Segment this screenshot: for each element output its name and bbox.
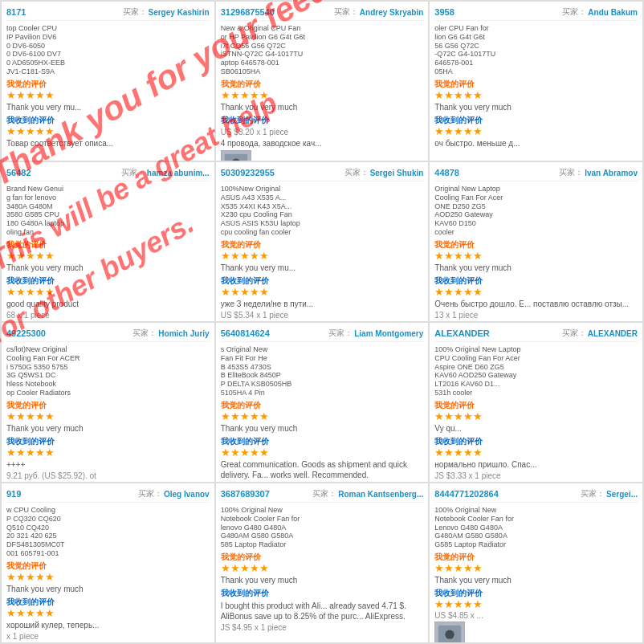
- buyer-info: 买家：Roman Kantsenberg...: [312, 488, 423, 499]
- my-review-stars: ★★★★★: [6, 90, 210, 100]
- buyer-name: Oleg Ivanov: [164, 490, 210, 499]
- buyer-label: 买家：: [562, 6, 586, 18]
- my-review-label: 我觉的评价: [434, 79, 638, 90]
- buyer-label: 买家：: [132, 328, 157, 339]
- order-number: 5640814624: [221, 328, 270, 338]
- received-review-stars: ★★★★★: [221, 287, 424, 297]
- my-review-text: Vy qu...: [434, 423, 638, 434]
- reviews-grid: 8171买家：Sergey Kashirintop Cooler CPU IP …: [0, 0, 644, 644]
- price-text: US $3.20 x 1 piece: [221, 128, 424, 137]
- my-review-text: Thank you very much: [221, 423, 424, 434]
- my-review-stars: ★★★★★: [6, 572, 210, 582]
- my-review-stars: ★★★★★: [434, 90, 638, 100]
- received-review-label: 我收到的评价: [6, 597, 210, 608]
- received-review-text: Товар соответствует описа...: [6, 138, 210, 149]
- received-review-label: 我收到的评价: [434, 115, 638, 126]
- order-number: 49225300: [6, 328, 46, 338]
- review-card-3: 56482买家：hamza abunim...Brand New Genui g…: [1, 161, 215, 322]
- card-header: 49225300买家：Homich Juriy: [6, 328, 210, 342]
- my-review-text: Thank you very mu...: [221, 263, 424, 273]
- product-description: 100%New Original ASUS A43 X535 A... X535…: [221, 185, 424, 237]
- buyer-label: 买家：: [559, 167, 583, 178]
- buyer-label: 买家：: [312, 488, 336, 499]
- my-review-label: 我觉的评价: [221, 79, 424, 90]
- buyer-info: 买家：Sergey Kashirin: [123, 6, 210, 18]
- product-description: Original New Laptop Cooling Fan For Acer…: [434, 185, 638, 237]
- my-review-stars: ★★★★★: [221, 411, 424, 422]
- product-description: 100% Original New Notebook Cooler Fan fo…: [434, 506, 638, 549]
- received-review-label: 我收到的评价: [6, 115, 210, 126]
- my-review-label: 我觉的评价: [221, 239, 424, 251]
- review-card-9: 919买家：Oleg Ivanovw CPU Cooling P CQ320 C…: [1, 483, 215, 643]
- buyer-info: 买家：Liam Montgomery: [328, 328, 423, 339]
- my-review-label: 我觉的评价: [6, 79, 210, 90]
- order-number: ALEXANDER: [434, 328, 489, 338]
- my-review-stars: ★★★★★: [221, 251, 424, 261]
- price-text: JS $3.33 x 1 piece: [434, 471, 638, 480]
- card-header: 8171买家：Sergey Kashirin: [6, 6, 210, 21]
- price-text: 9.21 руб. (US $25.92). ot: [6, 471, 210, 480]
- product-description: 100% Original New Laptop CPU Cooling Fan…: [434, 345, 638, 397]
- my-review-stars: ★★★★★: [434, 411, 638, 422]
- buyer-name: ALEXANDER: [588, 329, 638, 338]
- buyer-info: 买家：Sergei...: [581, 488, 638, 499]
- received-review-label: 我收到的评价: [434, 436, 638, 447]
- card-header: 3687689307买家：Roman Kantsenberg...: [221, 488, 424, 503]
- received-review-label: 我收到的评价: [6, 275, 210, 287]
- order-number: 919: [6, 489, 21, 499]
- extra-text: 4 провода, заводское кач...: [221, 138, 424, 149]
- product-description: 100% Original New Notebook Cooler Fan fo…: [221, 506, 424, 549]
- buyer-label: 买家：: [123, 6, 147, 18]
- received-review-label: 我收到的评价: [221, 115, 424, 126]
- received-review-text: уже 3 недели/не в пути...: [221, 299, 424, 309]
- buyer-name: Sergei Shukin: [370, 169, 424, 177]
- my-review-stars: ★★★★★: [434, 251, 638, 261]
- my-review-stars: ★★★★★: [6, 411, 210, 422]
- my-review-text: Thank you very much: [6, 263, 210, 273]
- received-review-stars: ★★★★★: [434, 287, 638, 297]
- buyer-info: 买家：Homich Juriy: [132, 328, 209, 339]
- card-header: ALEXANDER买家：ALEXANDER: [434, 328, 638, 342]
- product-image: [434, 622, 465, 643]
- received-review-text: ++++: [6, 459, 210, 470]
- product-description: Brand New Genui g fan for lenovo 3480A G…: [6, 185, 210, 237]
- price-text: US $5.34 x 1 piece: [221, 311, 424, 320]
- card-header: 3958买家：Andu Bakum: [434, 6, 638, 21]
- received-review-text: good quality product: [6, 299, 210, 309]
- card-header: 8444771202864买家：Sergei...: [434, 488, 638, 503]
- review-card-5: 44878买家：Ivan AbramovOriginal New Laptop …: [429, 161, 643, 322]
- product-description: w CPU Cooling P CQ320 CQ620 Q510 CQ420 2…: [6, 506, 210, 558]
- received-review-stars: ★★★★★: [434, 447, 638, 458]
- my-review-text: Thank you very much: [6, 423, 210, 434]
- buyer-label: 买家：: [121, 167, 145, 178]
- received-review-text: оч быстро. меньше д...: [434, 138, 638, 149]
- my-review-stars: ★★★★★: [434, 563, 638, 573]
- product-description: top Cooler CPU IP Pavilion DV6 0 DV6-605…: [6, 24, 210, 76]
- buyer-label: 买家：: [562, 328, 586, 339]
- buyer-name: hamza abunim...: [147, 169, 210, 177]
- review-card-6: 49225300买家：Homich Juriycs/lot)New Origin…: [1, 322, 215, 483]
- review-card-7: 5640814624买家：Liam Montgomerys Original N…: [215, 322, 430, 483]
- order-number: 3958: [434, 7, 454, 17]
- buyer-name: Roman Kantsenberg...: [338, 490, 423, 499]
- review-card-8: ALEXANDER买家：ALEXANDER100% Original New L…: [429, 322, 643, 483]
- my-review-label: 我觉的评价: [6, 560, 210, 572]
- product-description: New & Original CPU Fan or HP Pavilion G6…: [221, 24, 424, 76]
- review-card-2: 3958买家：Andu Bakumoler CPU Fan for lion G…: [429, 1, 643, 161]
- buyer-info: 买家：Ivan Abramov: [559, 167, 638, 178]
- buyer-info: 买家：hamza abunim...: [121, 167, 210, 178]
- buyer-info: 买家：Oleg Ivanov: [138, 488, 210, 499]
- buyer-name: Liam Montgomery: [354, 329, 423, 338]
- my-review-stars: ★★★★★: [6, 251, 210, 261]
- my-review-text: Thank you very much: [221, 575, 424, 585]
- order-number: 8171: [6, 7, 26, 17]
- product-image: [221, 150, 251, 161]
- my-review-label: 我觉的评价: [434, 239, 638, 251]
- review-card-11: 8444771202864买家：Sergei...100% Original N…: [429, 483, 643, 643]
- received-review-label: 我收到的评价: [221, 275, 424, 287]
- received-review-text: хороший кулер, теперь...: [6, 620, 210, 630]
- svg-point-8: [446, 630, 454, 638]
- review-card-1: 31296875540买家：Andrey SkryabinNew & Origi…: [215, 1, 430, 161]
- received-review-text: I bought this product with Ali... alread…: [221, 601, 424, 622]
- received-review-label: 我收到的评价: [221, 588, 424, 599]
